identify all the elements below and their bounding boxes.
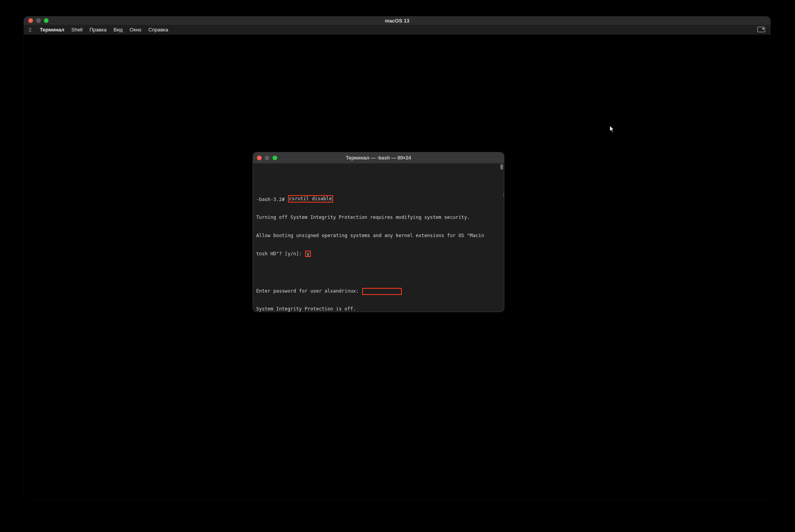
vm-close-button[interactable] [28,18,33,23]
mouse-cursor-icon [609,125,615,133]
terminal-line: tosh HD"? [y/n]: y [256,251,501,257]
terminal-traffic-lights [257,156,277,160]
highlight-answer: y [305,251,311,257]
terminal-line [256,269,501,275]
terminal-line: Turning off System Integrity Protection … [256,215,501,221]
menu-edit[interactable]: Правка [90,27,107,33]
vm-minimize-button[interactable] [36,18,41,23]
menu-shell[interactable]: Shell [71,27,83,33]
vm-traffic-lights [28,18,49,23]
terminal-answer: y [307,251,309,256]
menu-help[interactable]: Справка [148,27,168,33]
terminal-line: System Integrity Protection is off. [256,306,501,312]
terminal-titlebar[interactable]: Терминал — -bash — 80×24 [253,152,504,163]
terminal-zoom-button[interactable] [273,156,277,160]
terminal-line: Enter password for user alxandrinux: [256,287,501,294]
menu-window[interactable]: Окно [130,27,141,33]
terminal-text: tosh HD"? [y/n]: [256,251,302,256]
terminal-line: Allow booting unsigned operating systems… [256,233,501,239]
menu-view[interactable]: Вид [114,27,123,33]
highlight-password [362,288,402,295]
terminal-minimize-button[interactable] [265,156,269,160]
vm-window: macOS 13  Терминал Shell Правка Вид Окн… [24,16,771,499]
terminal-scroll-thumb[interactable] [500,164,503,170]
terminal-command: csrutil disable [289,196,332,201]
mac-desktop[interactable]: Терминал — -bash — 80×24 -bash-3.2# csru… [24,35,771,499]
terminal-line: -bash-3.2# csrutil disable [256,195,501,203]
terminal-scrollbar[interactable] [500,164,503,187]
terminal-window[interactable]: Терминал — -bash — 80×24 -bash-3.2# csru… [253,152,504,312]
menu-app-name[interactable]: Терминал [40,27,64,33]
apple-menu-icon[interactable]:  [29,27,33,33]
terminal-title: Терминал — -bash — 80×24 [257,155,500,161]
mac-menubar:  Терминал Shell Правка Вид Окно Справка [24,25,771,35]
vm-zoom-button[interactable] [44,18,49,23]
vm-title: macOS 13 [28,18,766,24]
keyboard-input-icon[interactable] [757,27,765,32]
terminal-scroll-marker [502,193,504,197]
terminal-prompt: -bash-3.2# [256,197,285,202]
terminal-body[interactable]: -bash-3.2# csrutil disable Turning off S… [253,163,504,312]
terminal-close-button[interactable] [257,156,262,160]
vm-titlebar[interactable]: macOS 13 [24,16,771,25]
terminal-text: Enter password for user alxandrinux: [256,288,359,293]
highlight-command: csrutil disable [288,195,333,203]
